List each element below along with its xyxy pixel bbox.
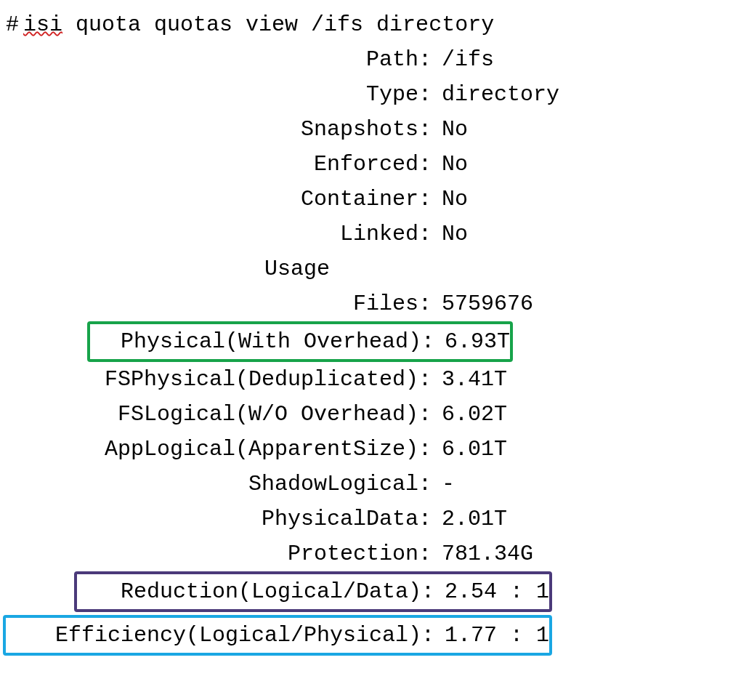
row-path: Path: /ifs [3, 42, 734, 77]
row-enforced: Enforced: No [3, 147, 734, 182]
row-type: Type: directory [3, 77, 734, 112]
label-physicaldata: PhysicalData: [3, 502, 434, 536]
label-fslogical: FSLogical(W/O Overhead): [3, 397, 434, 432]
row-linked: Linked: No [3, 217, 734, 252]
row-shadowlogical: ShadowLogical: - [3, 467, 734, 502]
label-efficiency: Efficiency(Logical/Physical): [6, 618, 437, 653]
row-snapshots: Snapshots: No [3, 112, 734, 147]
label-type: Type: [3, 77, 434, 112]
value-physicaldata: 2.01T [434, 502, 507, 536]
row-fslogical: FSLogical(W/O Overhead): 6.02T [3, 397, 734, 432]
command-line: #isi quota quotas view /ifs directory [3, 7, 734, 42]
row-applogical: AppLogical(ApparentSize): 6.01T [3, 432, 734, 467]
row-container: Container: No [3, 182, 734, 217]
label-linked: Linked: [3, 217, 434, 252]
value-reduction: 2.54 : 1 [437, 574, 549, 609]
row-physicaldata: PhysicalData: 2.01T [3, 502, 734, 536]
value-enforced: No [434, 147, 468, 182]
row-fsphysical: FSPhysical(Deduplicated): 3.41T [3, 362, 734, 397]
value-protection: 781.34G [434, 536, 533, 571]
command-rest: quota quotas view /ifs directory [76, 12, 494, 37]
row-protection: Protection: 781.34G [3, 536, 734, 571]
label-shadowlogical: ShadowLogical: [3, 467, 434, 502]
highlight-reduction: Reduction(Logical/Data): 2.54 : 1 [3, 568, 734, 615]
label-protection: Protection: [3, 536, 434, 571]
label-usage: Usage [3, 252, 333, 286]
value-fslogical: 6.02T [434, 397, 507, 432]
highlight-efficiency: Efficiency(Logical/Physical): 1.77 : 1 [3, 612, 734, 659]
label-snapshots: Snapshots: [3, 112, 434, 147]
value-physical: 6.93T [437, 324, 510, 359]
label-applogical: AppLogical(ApparentSize): [3, 432, 434, 467]
command-isi: isi [23, 12, 62, 37]
value-snapshots: No [434, 112, 468, 147]
value-linked: No [434, 217, 468, 252]
value-shadowlogical: - [434, 467, 455, 502]
value-container: No [434, 182, 468, 217]
label-path: Path: [3, 42, 434, 77]
prompt-hash: # [6, 12, 23, 37]
row-usage: Usage [3, 252, 734, 286]
label-reduction: Reduction(Logical/Data): [77, 574, 437, 609]
label-physical: Physical(With Overhead): [90, 324, 437, 359]
value-files: 5759676 [434, 286, 533, 321]
value-type: directory [434, 77, 559, 112]
label-files: Files: [3, 286, 434, 321]
value-fsphysical: 3.41T [434, 362, 507, 397]
row-files: Files: 5759676 [3, 286, 734, 321]
highlight-physical: Physical(With Overhead): 6.93T [3, 318, 734, 365]
label-fsphysical: FSPhysical(Deduplicated): [3, 362, 434, 397]
label-container: Container: [3, 182, 434, 217]
value-path: /ifs [434, 42, 494, 77]
label-enforced: Enforced: [3, 147, 434, 182]
value-efficiency: 1.77 : 1 [437, 618, 549, 653]
value-applogical: 6.01T [434, 432, 507, 467]
